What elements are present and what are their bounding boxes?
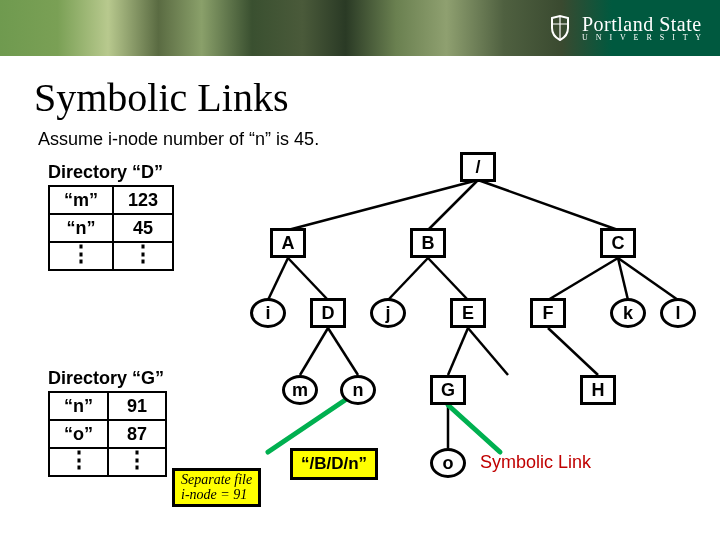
dir-entry-name: “n” (49, 392, 108, 420)
dir-entry-inode: 91 (108, 392, 166, 420)
directory-d-table: “m” 123 “n” 45 ⋮ ⋮ (48, 185, 174, 271)
svg-line-14 (548, 328, 598, 375)
table-row: ⋮ ⋮ (49, 448, 166, 476)
tree-root: / (460, 152, 496, 182)
table-row: “n” 45 (49, 214, 173, 242)
dir-entry-inode: 87 (108, 420, 166, 448)
tree-file-i: i (250, 298, 286, 328)
svg-line-11 (328, 328, 358, 375)
svg-line-4 (288, 258, 328, 300)
directory-d-label: Directory “D” (48, 162, 174, 183)
tree-dir-h: H (580, 375, 616, 405)
psu-logo-icon (546, 14, 574, 42)
svg-line-17 (448, 405, 500, 452)
tree-dir-e: E (450, 298, 486, 328)
tree-file-n: n (340, 375, 376, 405)
university-brand: Portland State U N I V E R S I T Y (546, 14, 704, 42)
tree-dir-d: D (310, 298, 346, 328)
ellipsis-icon: ⋮ (49, 242, 113, 270)
directory-d-block: Directory “D” “m” 123 “n” 45 ⋮ ⋮ (24, 162, 174, 271)
table-row: “n” 91 (49, 392, 166, 420)
tree-file-k: k (610, 298, 646, 328)
ellipsis-icon: ⋮ (113, 242, 173, 270)
assumption-text: Assume i-node number of “n” is 45. (38, 129, 720, 150)
separate-file-line1: Separate file (181, 472, 252, 487)
separate-file-line2: i-node = 91 (181, 487, 247, 502)
svg-line-2 (478, 180, 618, 230)
tree-file-l: l (660, 298, 696, 328)
tree-dir-a: A (270, 228, 306, 258)
tree-dir-c: C (600, 228, 636, 258)
dir-entry-name: “o” (49, 420, 108, 448)
dir-entry-inode: 45 (113, 214, 173, 242)
dir-entry-name: “n” (49, 214, 113, 242)
ellipsis-icon: ⋮ (108, 448, 166, 476)
directory-g-label: Directory “G” (48, 368, 167, 389)
brand-name: Portland State (582, 14, 704, 34)
table-row: ⋮ ⋮ (49, 242, 173, 270)
tree-file-j: j (370, 298, 406, 328)
svg-line-6 (428, 258, 468, 300)
svg-line-7 (548, 258, 618, 300)
tree-dir-f: F (530, 298, 566, 328)
svg-line-0 (288, 180, 478, 230)
svg-line-10 (300, 328, 328, 375)
ellipsis-icon: ⋮ (49, 448, 108, 476)
svg-line-3 (268, 258, 288, 300)
tree-file-o: o (430, 448, 466, 478)
header-banner: Portland State U N I V E R S I T Y (0, 0, 720, 56)
directory-g-table: “n” 91 “o” 87 ⋮ ⋮ (48, 391, 167, 477)
brand-sub: U N I V E R S I T Y (582, 34, 704, 42)
slide-title: Symbolic Links (34, 74, 720, 121)
dir-entry-name: “m” (49, 186, 113, 214)
directory-g-block: Directory “G” “n” 91 “o” 87 ⋮ ⋮ (24, 368, 167, 477)
tree-dir-b: B (410, 228, 446, 258)
table-row: “o” 87 (49, 420, 166, 448)
svg-line-12 (448, 328, 468, 375)
separate-file-note: Separate file i-node = 91 (172, 468, 261, 507)
symbolic-link-label: Symbolic Link (480, 452, 591, 473)
tree-file-m: m (282, 375, 318, 405)
svg-line-13 (468, 328, 508, 375)
dir-entry-inode: 123 (113, 186, 173, 214)
filesystem-tree: / A B C i D j E F k l m n G H o “/B/D/n”… (220, 150, 710, 490)
table-row: “m” 123 (49, 186, 173, 214)
svg-line-5 (388, 258, 428, 300)
symlink-content-box: “/B/D/n” (290, 448, 378, 480)
tree-dir-g: G (430, 375, 466, 405)
